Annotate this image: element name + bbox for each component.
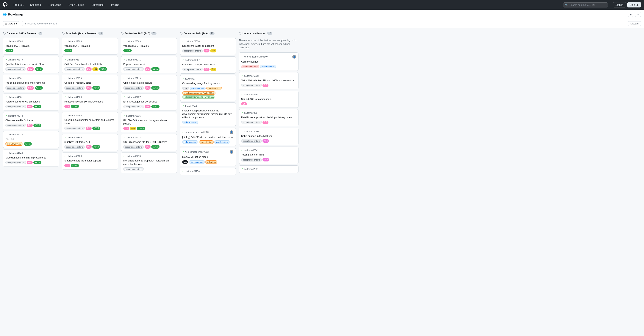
list-item[interactable]: ✓platform #6627Dashboard Widget componen… — [180, 56, 236, 74]
list-item[interactable]: ✓platform #6669Vaadin 24.5 // Hilla 24.5… — [121, 38, 177, 55]
tag: enhancement — [182, 140, 198, 144]
list-item[interactable]: ✓platform #4684Unified i18n for componen… — [239, 91, 298, 108]
tag: DS — [86, 86, 92, 90]
signin-button[interactable]: Sign in — [613, 2, 626, 8]
more-icon[interactable]: ⋯ — [231, 105, 234, 107]
check-circle-icon: ✓ — [6, 133, 7, 136]
list-item[interactable]: ✓platform #4718PiT 24.3PIT SUMMARYv24.3 — [3, 131, 59, 148]
page-title-container: 🌐 Roadmap — [3, 13, 23, 17]
tag: Released with Vaadin 24.6.0.alpha1 — [182, 95, 215, 99]
list-item[interactable]: ✓web-components #5340👤Card componentcomp… — [239, 53, 298, 71]
list-item[interactable]: ✓platform #4681Feature-specific style pr… — [3, 94, 59, 111]
column-title: Under consideration — [242, 32, 266, 35]
card-meta: ✓web-components #7902👤 — [182, 150, 234, 154]
filter-bar[interactable]: ⧖ Filter by keyword or by field — [22, 21, 625, 26]
tag: acceptance criteria — [123, 67, 144, 71]
list-item[interactable]: ✓web-components #7902👤Manual validation … — [180, 148, 236, 166]
tag: enhancement — [189, 160, 205, 164]
list-item[interactable]: ✓platform #4381Pre-compiled bundles impr… — [3, 75, 59, 92]
more-options-button[interactable]: ••• — [635, 12, 641, 17]
list-item[interactable]: ✓platform #5271Popover componentacceptan… — [121, 56, 177, 73]
tag: DS — [123, 127, 129, 130]
list-item[interactable]: ✓platform #4600Vaadin 24.3 // Hilla 2.5v… — [3, 38, 59, 55]
card-title: Kotlin support in the backend — [241, 134, 296, 138]
check-circle-icon: ✓ — [123, 40, 125, 43]
layout-icon-button[interactable]: ⊞ — [628, 12, 633, 17]
tag: hilla — [262, 139, 269, 143]
list-item[interactable]: ✓platform #6707Error Messages for Constr… — [121, 94, 177, 111]
list-item[interactable]: ✓platform #6838VirtualList selection API… — [239, 72, 298, 89]
card-tags: v24.4 — [64, 49, 116, 52]
list-item[interactable]: ✓platform #4748Classname APIs for itemsa… — [3, 112, 59, 129]
list-item[interactable]: ✓platform #4749Miscellaneous theming imp… — [3, 150, 59, 167]
card-title: Popover component — [123, 63, 174, 66]
column-title: September 2024 (24.5) — [124, 32, 150, 35]
list-item[interactable]: ✓platform #2040Kotlin support in the bac… — [239, 128, 298, 145]
column-description: These are some of the features we are pl… — [239, 38, 298, 51]
check-circle-icon: ✓ — [64, 114, 66, 117]
card-meta: ✓platform #4379 — [6, 59, 56, 61]
nav-pricing[interactable]: Pricing — [110, 2, 121, 8]
tag: dnd — [182, 87, 189, 90]
tag: acceptance criteria — [241, 158, 262, 161]
check-circle-icon: ✓ — [64, 136, 66, 139]
list-item[interactable]: ✓platform #5713MenuBar: optional dropdow… — [121, 153, 177, 173]
card-id: platform #4749 — [8, 152, 23, 155]
card-title: Pre-compiled bundles improvements — [6, 81, 56, 85]
list-item[interactable]: ✓platform #5212CSS Classname API for CB/… — [121, 134, 177, 151]
card-id: platform #5719 — [126, 77, 141, 80]
nav-enterprise[interactable]: Enterprise ▾ — [90, 2, 107, 8]
card-meta: ✓platform #4600 — [6, 40, 56, 43]
card-id: platform #4600 — [8, 40, 23, 43]
list-item[interactable]: ✓platform #6626Dashboard layout componen… — [180, 38, 236, 55]
list-item[interactable]: ✓web-components #1060👤[dialog] Add APIs … — [180, 128, 236, 146]
nav-product[interactable]: Product ▾ — [12, 2, 26, 8]
check-circle-icon: ✓ — [241, 56, 243, 58]
view-tab[interactable]: ⊞ View 1 ▾ — [3, 21, 19, 26]
tag: acceptance criteria — [182, 49, 203, 53]
card-id: platform #5178 — [67, 77, 82, 80]
column-title: June 2024 (24.4) - Released — [66, 32, 97, 35]
list-item[interactable]: ✓platform #4956 — [180, 168, 236, 175]
list-item[interactable]: ✓platform #5190Checkbox: support for hel… — [62, 112, 118, 132]
card-title: Vaadin 24.5 // Hilla 24.5 — [123, 44, 174, 48]
list-item[interactable]: ✓platform #5177Grid Pro: Conditional cel… — [62, 56, 118, 73]
card-title: Vaadin 24.3 // Hilla 2.5 — [6, 44, 56, 48]
list-item[interactable]: ✓platform #6615RichTextEditor text and b… — [121, 112, 177, 132]
discard-button[interactable]: Discard — [628, 21, 641, 26]
card-id: platform #4381 — [8, 77, 23, 80]
list-item[interactable]: ✓platform #2041Testing story for Hillaac… — [239, 147, 298, 164]
column-jun2024: June 2024 (24.4) - Released 17 ✓platform… — [62, 31, 118, 335]
chevron-down-icon: ▾ — [42, 4, 42, 6]
search-bar[interactable]: 🔍 Search or jump to... / — [563, 3, 608, 8]
check-circle-icon: ✓ — [182, 78, 184, 80]
github-logo[interactable] — [3, 2, 8, 8]
list-item[interactable]: ✓platform #4683React component DX improv… — [62, 94, 118, 110]
list-item[interactable]: ✓flow #19948⋯Implement a possibility to … — [180, 103, 236, 127]
nav-solutions[interactable]: Solutions ▾ — [28, 2, 44, 8]
list-item[interactable]: ✓platform #2631 — [239, 165, 298, 173]
signup-button[interactable]: Sign up — [628, 2, 641, 8]
column-count: 8 — [38, 32, 42, 35]
list-item[interactable]: ✓platform #5719Grid: empty state message… — [121, 75, 177, 92]
nav-open-source[interactable]: Open Source ▾ — [67, 2, 87, 8]
check-circle-icon: ✓ — [241, 112, 243, 114]
list-item[interactable]: ✓platform #5103SideNav query parameter s… — [62, 153, 118, 169]
tag: Pro — [210, 49, 216, 53]
list-item[interactable]: ✓platform #4379Quality-of-life improveme… — [3, 56, 59, 73]
card-meta: ✓platform #5713 — [123, 155, 174, 158]
list-item[interactable]: ✓platform #2867DatePicker support for di… — [239, 109, 298, 126]
card-title: Custom drag image for drag source — [182, 82, 234, 85]
tag: acceptance criteria — [6, 67, 26, 71]
tag: acceptance criteria — [123, 105, 144, 108]
more-icon[interactable]: ⋯ — [231, 78, 234, 80]
list-item[interactable]: ✓platform #4893Vaadin 24.4 // Hilla 24.4… — [62, 38, 118, 55]
list-item[interactable]: ✓flow #6793⋯Custom drag image for drag s… — [180, 75, 236, 101]
card-tags: acceptance criteriaDSPro — [182, 49, 234, 53]
card-id: platform #2867 — [244, 112, 258, 114]
tag: v24.4 — [99, 67, 107, 71]
list-item[interactable]: ✓platform #4850SideNav: link target APIa… — [62, 134, 118, 151]
list-item[interactable]: ✓platform #5178Checkbox readonly stateac… — [62, 75, 118, 92]
card-tags: acceptance criteriaDSProv24.4 — [64, 67, 116, 71]
nav-resources[interactable]: Resources ▾ — [47, 2, 64, 8]
